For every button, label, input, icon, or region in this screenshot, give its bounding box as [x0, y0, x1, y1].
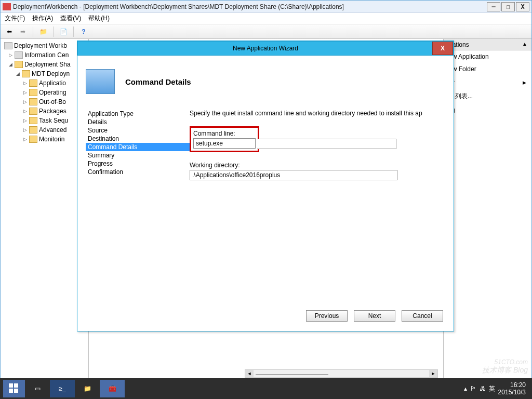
wizard-icon: [86, 69, 115, 94]
action-help[interactable]: 助: [444, 103, 531, 117]
app-icon: [3, 3, 11, 10]
workbench-icon: [4, 42, 12, 49]
action-new-folder[interactable]: ew Folder: [444, 63, 531, 75]
expand-icon[interactable]: ▷: [22, 99, 28, 104]
step-details[interactable]: Details: [86, 118, 190, 126]
tree-monitoring[interactable]: Monitorin: [39, 136, 64, 143]
expand-icon[interactable]: ▷: [22, 127, 28, 132]
action-view[interactable]: 看▶: [444, 75, 531, 89]
menu-view[interactable]: 查看(V): [60, 14, 81, 23]
collapse-icon[interactable]: ◢: [15, 71, 20, 76]
expand-icon[interactable]: ▷: [22, 137, 28, 142]
toolbar-folder-button[interactable]: 📁: [37, 26, 49, 37]
next-button[interactable]: Next: [354, 310, 395, 322]
wizard-instruction: Specify the quiet install command line a…: [190, 110, 445, 117]
action-new-application[interactable]: ew Application: [444, 50, 531, 63]
step-application-type[interactable]: Application Type: [86, 110, 190, 118]
step-destination[interactable]: Destination: [86, 135, 190, 143]
tree-root[interactable]: Deployment Workb: [14, 42, 67, 49]
tray-network-icon[interactable]: 🖧: [480, 385, 486, 392]
scroll-thumb[interactable]: [256, 374, 328, 375]
tray-flag-icon[interactable]: 🏳: [470, 385, 476, 392]
folder-icon: [29, 98, 37, 105]
collapse-icon[interactable]: ▲: [522, 41, 527, 47]
tree-applications[interactable]: Applicatio: [39, 79, 66, 87]
step-source[interactable]: Source: [86, 126, 190, 135]
tree-advanced[interactable]: Advanced: [39, 126, 66, 134]
folder-icon: [29, 136, 37, 143]
step-summary[interactable]: Summary: [86, 151, 190, 159]
tree-taskseq[interactable]: Task Sequ: [39, 117, 68, 124]
action-export-list[interactable]: 出列表...: [444, 89, 531, 103]
command-line-input[interactable]: [193, 138, 256, 149]
command-line-input-ext[interactable]: [257, 139, 396, 149]
actions-pane: ications ▲ ew Application ew Folder 看▶ 出…: [443, 39, 531, 378]
tree-packages[interactable]: Packages: [39, 108, 66, 115]
expand-icon[interactable]: ▷: [22, 81, 28, 86]
scroll-right-icon[interactable]: ►: [429, 370, 437, 377]
tree-mdt[interactable]: MDT Deployn: [32, 70, 70, 77]
navigation-tree: Deployment Workb ▷Information Cen ◢Deplo…: [1, 39, 89, 378]
menu-help[interactable]: 帮助(H): [88, 14, 110, 23]
collapse-icon[interactable]: ◢: [8, 62, 13, 67]
info-icon: [15, 51, 23, 59]
horizontal-scrollbar[interactable]: ◄ ►: [245, 369, 438, 378]
close-button[interactable]: X: [516, 2, 529, 11]
wizard-close-button[interactable]: X: [432, 42, 453, 55]
step-command-details[interactable]: Command Details: [86, 143, 190, 151]
actions-header: ications ▲: [444, 39, 531, 50]
svg-rect-1: [14, 383, 18, 388]
folder-icon: [29, 126, 37, 134]
taskbar-explorer[interactable]: 📁: [75, 380, 100, 397]
window-title: DeploymentWorkbench - [Deployment Workbe…: [13, 3, 486, 10]
taskbar-deployment-workbench[interactable]: 🧰: [100, 380, 125, 397]
scroll-left-icon[interactable]: ◄: [245, 370, 254, 377]
start-button[interactable]: [3, 380, 25, 397]
step-progress[interactable]: Progress: [86, 159, 190, 168]
taskbar-powershell[interactable]: ≥_: [50, 380, 75, 397]
tree-operating[interactable]: Operating: [39, 89, 66, 96]
cancel-button[interactable]: Cancel: [402, 310, 443, 322]
toolbar: ⬅ ➡ 📁 📄 ?: [1, 24, 531, 39]
menu-file[interactable]: 文件(F): [5, 14, 25, 23]
tray-chevron-icon[interactable]: ▴: [464, 385, 467, 392]
maximize-button[interactable]: ❐: [501, 2, 515, 11]
working-directory-label: Working directory:: [190, 162, 445, 169]
minimize-button[interactable]: —: [487, 2, 500, 11]
folder-icon: [22, 70, 30, 77]
step-confirmation[interactable]: Confirmation: [86, 168, 190, 176]
tree-info[interactable]: Information Cen: [24, 51, 69, 59]
svg-rect-3: [14, 389, 18, 393]
command-line-label: Command line:: [193, 130, 256, 137]
toolbar-export-button[interactable]: 📄: [58, 26, 69, 37]
folder-icon: [29, 108, 37, 115]
taskbar: ▭ ≥_ 📁 🧰 ▴ 🏳 🖧 英 16:20 2015/10/3: [0, 378, 532, 399]
expand-icon[interactable]: ▷: [22, 90, 28, 95]
svg-rect-0: [9, 383, 13, 388]
chevron-right-icon: ▶: [523, 80, 526, 85]
tree-oob[interactable]: Out-of-Bo: [39, 98, 66, 105]
working-directory-input[interactable]: [190, 170, 397, 180]
svg-rect-2: [9, 389, 13, 393]
wizard-titlebar: New Application Wizard X: [77, 41, 454, 56]
previous-button[interactable]: Previous: [306, 310, 348, 322]
taskbar-clock[interactable]: 16:20 2015/10/3: [498, 381, 529, 396]
folder-icon: [29, 79, 37, 87]
folder-icon: [29, 89, 37, 96]
menu-action[interactable]: 操作(A): [32, 14, 53, 23]
command-line-highlight: Command line:: [190, 126, 259, 152]
tray-ime[interactable]: 英: [489, 384, 495, 393]
nav-back-button[interactable]: ⬅: [4, 26, 15, 37]
wizard-steps: Application Type Details Source Destinat…: [86, 110, 190, 190]
expand-icon[interactable]: ▷: [22, 118, 28, 123]
titlebar: DeploymentWorkbench - [Deployment Workbe…: [1, 1, 531, 13]
expand-icon[interactable]: ▷: [8, 52, 13, 58]
taskbar-server-manager[interactable]: ▭: [25, 380, 50, 397]
tree-shares[interactable]: Deployment Sha: [24, 61, 71, 68]
expand-icon[interactable]: ▷: [22, 109, 28, 114]
menubar: 文件(F) 操作(A) 查看(V) 帮助(H): [1, 13, 531, 24]
folder-icon: [15, 61, 23, 68]
nav-forward-button[interactable]: ➡: [17, 26, 29, 37]
toolbar-help-button[interactable]: ?: [78, 26, 89, 37]
folder-icon: [29, 117, 37, 124]
